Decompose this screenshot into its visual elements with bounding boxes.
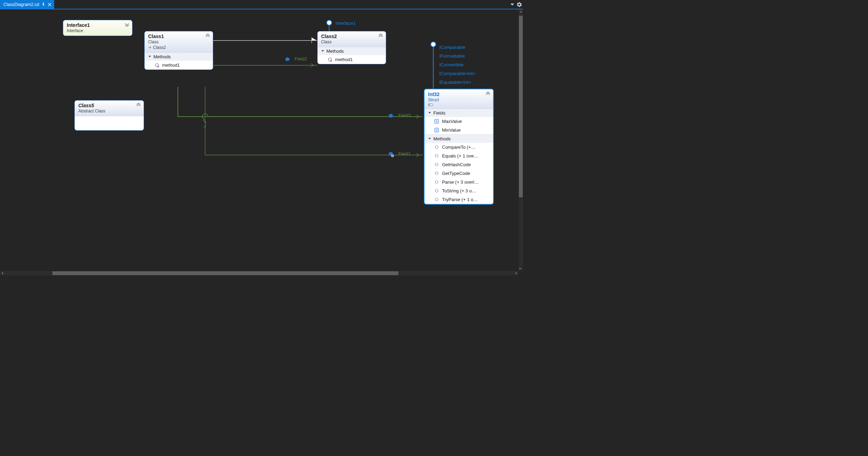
horizontal-scrollbar[interactable] <box>0 271 519 275</box>
diagram-canvas[interactable]: Field2 Field3 Field1 Interface1 ICompara… <box>0 9 519 271</box>
scroll-down-icon[interactable] <box>519 266 522 271</box>
association-field3[interactable] <box>178 87 423 127</box>
document-tabstrip: ClassDiagram2.cd <box>0 0 523 9</box>
inherits-arrow-icon <box>148 46 152 49</box>
node-subtitle: Abstract Class <box>78 109 140 113</box>
constant-icon <box>434 119 439 124</box>
association-field2[interactable] <box>212 64 317 67</box>
expand-icon[interactable] <box>125 22 129 27</box>
scroll-right-icon[interactable] <box>514 271 519 275</box>
pin-icon[interactable] <box>42 2 45 6</box>
method-icon <box>154 63 159 68</box>
scroll-left-icon[interactable] <box>0 271 5 275</box>
tab-overflow-icon[interactable] <box>511 3 514 6</box>
node-subtitle: Class <box>321 39 382 44</box>
field-icon <box>285 57 290 62</box>
node-int32[interactable]: Int32 Struct Fields MaxValue <box>424 89 494 205</box>
node-class5[interactable]: Class5 Abstract Class <box>74 100 144 131</box>
constant-icon <box>434 128 439 132</box>
node-title: Class2 <box>321 34 382 39</box>
field-icon <box>388 113 393 119</box>
scrollbar-thumb[interactable] <box>519 16 523 197</box>
association-field1[interactable] <box>205 87 423 157</box>
association-label-field2[interactable]: Field2 <box>295 56 307 61</box>
lollipop-label-iformattable[interactable]: IFormattable <box>439 53 465 59</box>
close-icon[interactable] <box>48 3 51 6</box>
lollipop-int32[interactable] <box>431 42 435 90</box>
gear-icon[interactable] <box>517 2 522 7</box>
member-gettypecode[interactable]: GetTypeCode <box>425 169 493 178</box>
collapse-icon[interactable] <box>205 34 210 38</box>
section-header-fields[interactable]: Fields <box>425 109 493 117</box>
lollipop-interface1[interactable] <box>326 20 331 30</box>
member-equals[interactable]: Equals (+ 1 ove… <box>425 152 493 160</box>
svg-rect-5 <box>158 66 159 67</box>
member-tryparse[interactable]: TryParse (+ 1 o… <box>425 195 493 204</box>
method-icon <box>434 197 439 202</box>
collapse-icon[interactable] <box>136 103 141 107</box>
node-class2[interactable]: Class2 Class Methods method1 <box>317 31 386 64</box>
association-label-field3[interactable]: Field3 <box>398 113 411 118</box>
inheritance-line-class1-class2 <box>212 38 317 43</box>
scrollbar-thumb[interactable] <box>52 271 398 275</box>
association-label-field1[interactable]: Field1 <box>398 151 411 156</box>
collapse-icon[interactable] <box>486 91 490 96</box>
node-subtitle: Class <box>148 39 209 44</box>
node-title: Interface1 <box>67 22 129 28</box>
vertical-scrollbar[interactable] <box>519 9 523 271</box>
lollipop-label-iconvertible[interactable]: IConvertible <box>439 62 463 67</box>
lollipop-label-icomparable[interactable]: IComparable <box>439 45 465 50</box>
member-gethashcode[interactable]: GetHashCode <box>425 160 493 169</box>
node-title: Class5 <box>78 103 140 108</box>
node-subtitle: Struct <box>428 97 490 102</box>
field-icon-locked <box>388 152 394 157</box>
method-icon <box>434 180 439 184</box>
method-icon <box>434 145 439 149</box>
caret-down-icon <box>321 50 324 53</box>
svg-rect-7 <box>331 61 332 61</box>
document-tab[interactable]: ClassDiagram2.cd <box>0 0 54 9</box>
member-tostring[interactable]: ToString (+ 3 o… <box>425 186 493 195</box>
svg-rect-9 <box>429 104 430 105</box>
svg-rect-3 <box>392 155 393 156</box>
member-method1[interactable]: method1 <box>318 55 386 64</box>
node-interface1[interactable]: Interface1 Interface <box>63 20 132 36</box>
section-header-methods[interactable]: Methods <box>425 134 493 143</box>
node-inherits: Class2 <box>148 45 209 50</box>
scroll-up-icon[interactable] <box>519 9 523 14</box>
node-subtitle: Interface <box>67 28 129 33</box>
member-compareto[interactable]: CompareTo (+… <box>425 143 493 152</box>
method-icon <box>434 154 439 158</box>
node-title: Int32 <box>428 91 490 97</box>
member-parse[interactable]: Parse (+ 3 overl… <box>425 178 493 186</box>
method-icon <box>327 57 332 62</box>
section-header-methods[interactable]: Methods <box>318 47 386 55</box>
document-tab-title: ClassDiagram2.cd <box>3 2 39 7</box>
svg-rect-13 <box>435 128 439 132</box>
member-minvalue[interactable]: MinValue <box>425 126 493 134</box>
struct-icon <box>428 103 490 106</box>
node-class1[interactable]: Class1 Class Class2 Methods <box>144 31 213 70</box>
caret-down-icon <box>428 137 431 140</box>
lollipop-label-icomparable-int[interactable]: IComparable<int> <box>439 71 475 76</box>
method-icon <box>434 171 439 176</box>
caret-down-icon <box>428 111 431 115</box>
lollipop-label-interface1[interactable]: Interface1 <box>335 21 356 26</box>
lollipop-label-iequatable-int[interactable]: IEquatable<int> <box>439 80 471 85</box>
member-method1[interactable]: method1 <box>145 61 213 69</box>
method-icon <box>434 189 439 193</box>
svg-rect-10 <box>435 119 439 123</box>
member-maxvalue[interactable]: MaxValue <box>425 117 493 126</box>
node-title: Class1 <box>148 34 209 39</box>
method-icon <box>434 162 439 167</box>
collapse-icon[interactable] <box>378 34 383 38</box>
caret-down-icon <box>148 55 151 58</box>
section-header-methods[interactable]: Methods <box>145 52 213 61</box>
